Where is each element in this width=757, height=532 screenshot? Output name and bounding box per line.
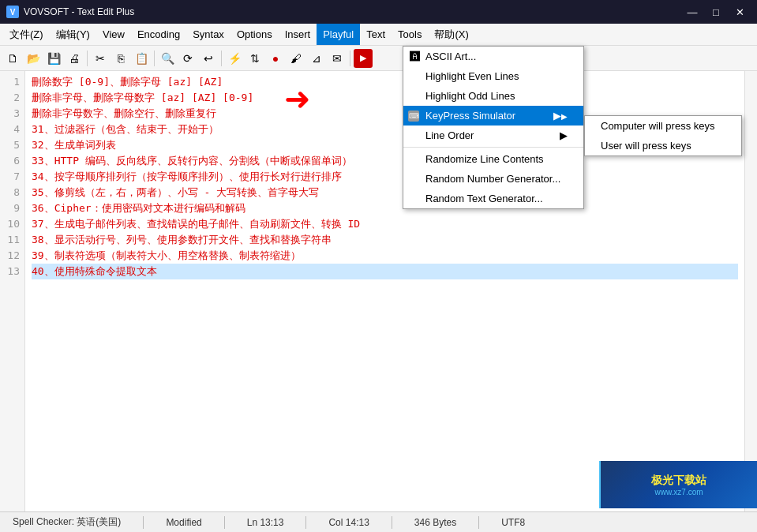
keypress-user[interactable]: User will press keys	[585, 136, 741, 155]
col-status: Col 14:13	[322, 517, 375, 528]
lineorder-submenu-arrow: ▶	[560, 129, 568, 141]
toolbar-sep-4	[350, 51, 350, 66]
keypress-submenu[interactable]: Computer will press keys User will press…	[584, 115, 742, 156]
keypress-submenu-arrow: ▶	[553, 110, 568, 122]
line-numbers: 1 2 3 4 5 6 7 8 9 10 11 12 13	[0, 71, 25, 511]
maximize-button[interactable]: □	[705, 3, 727, 21]
line-num-8: 8	[5, 185, 20, 200]
toolbar-sep-3	[221, 51, 222, 66]
line-num-1: 1	[5, 74, 20, 90]
menu-insert[interactable]: Insert	[279, 24, 317, 45]
menu-sep-1	[403, 147, 583, 148]
keypress-computer[interactable]: Computer will press keys	[585, 116, 741, 136]
paste-button[interactable]: 📋	[132, 49, 151, 68]
playful-icon-button[interactable]: ▶	[354, 49, 373, 68]
filter-button[interactable]: ⚡	[225, 49, 244, 68]
replace-button[interactable]: ⟳	[178, 49, 197, 68]
menu-view[interactable]: View	[96, 24, 131, 45]
line-num-2: 2	[5, 90, 20, 106]
menu-file[interactable]: 文件(Z)	[3, 24, 50, 45]
app-icon: V	[6, 6, 19, 18]
encoding-status: UTF8	[495, 517, 531, 528]
line-num-13: 13	[5, 264, 20, 279]
modified-status: Modified	[159, 517, 208, 528]
watermark-site: www.xz7.com	[654, 488, 703, 496]
status-div-1	[143, 516, 144, 529]
editor-line-1: 刪除数字 [0-9]、删除字母 [az] [AZ]	[32, 74, 738, 90]
toolbar-sep-1	[87, 51, 88, 66]
playful-menu-ascii[interactable]: 🅰 ASCII Art...	[403, 47, 583, 66]
menu-options[interactable]: Options	[230, 24, 279, 45]
line-num-6: 6	[5, 153, 20, 169]
undo-button[interactable]: ↩	[199, 49, 218, 68]
title-bar: V VOVSOFT - Text Edit Plus — □ ✕	[0, 0, 757, 24]
size-status: 346 Bytes	[408, 517, 463, 528]
menu-encoding[interactable]: Encoding	[131, 24, 186, 45]
playful-menu-odd[interactable]: Highlight Odd Lines	[403, 86, 583, 106]
status-div-5	[478, 516, 479, 529]
print-button[interactable]: 🖨	[65, 49, 84, 68]
save-button[interactable]: 💾	[44, 49, 63, 68]
vertical-scrollbar[interactable]	[744, 71, 757, 511]
menu-help[interactable]: 帮助(X)	[428, 24, 474, 45]
spell-checker-status: Spell Checker: 英语(美国)	[6, 515, 127, 529]
playful-menu-lineorder[interactable]: Line Order ▶	[403, 126, 583, 145]
line-num-5: 5	[5, 137, 20, 153]
line-num-12: 12	[5, 248, 20, 264]
playful-dropdown[interactable]: 🅰 ASCII Art... Highlight Even Lines High…	[403, 46, 584, 209]
editor-line-10: 37、生成电子邮件列表、查找错误的电子邮件、自动刷新文件、转换 ID	[32, 216, 738, 232]
status-div-2	[224, 516, 225, 529]
funnel-button[interactable]: ⊿	[307, 49, 326, 68]
window-controls: — □ ✕	[681, 3, 751, 21]
editor-line-12: 39、制表符选项（制表符大小、用空格替换、制表符缩进）	[32, 248, 738, 264]
brush-button[interactable]: 🖌	[287, 49, 305, 68]
playful-menu-random-text[interactable]: Random Text Generator...	[403, 189, 583, 208]
toolbar: 🗋 📂 💾 🖨 ✂ ⎘ 📋 🔍 ⟳ ↩ ⚡ ⇅ ● 🖌 ⊿ ✉ ▶	[0, 46, 757, 71]
editor-line-9: 36、Cipher：使用密码对文本进行编码和解码	[32, 200, 738, 216]
minimize-button[interactable]: —	[681, 3, 703, 21]
line-num-11: 11	[5, 232, 20, 248]
keypress-icon: ⌨	[408, 111, 419, 122]
line-num-10: 10	[5, 216, 20, 232]
status-div-4	[392, 516, 392, 529]
menu-bar: 文件(Z) 编辑(Y) View Encoding Syntax Options…	[0, 24, 757, 46]
window-title: VOVSOFT - Text Edit Plus	[24, 6, 134, 17]
menu-edit[interactable]: 编辑(Y)	[50, 24, 96, 45]
line-num-3: 3	[5, 106, 20, 122]
editor-line-7: 34、按字母顺序排列行（按字母顺序排列）、使用行长对行进行排序	[32, 169, 738, 185]
playful-menu-even[interactable]: Highlight Even Lines	[403, 66, 583, 86]
editor-line-8: 35、修剪线（左，右，两者）、小写 - 大写转换、首字母大写	[32, 185, 738, 200]
status-div-3	[305, 516, 306, 529]
color-button[interactable]: ●	[266, 49, 285, 68]
playful-menu-randomize[interactable]: Randomize Line Contents	[403, 149, 583, 169]
status-bar: Spell Checker: 英语(美国) Modified Ln 13:13 …	[0, 511, 757, 532]
editor-line-13: 40、使用特殊命令提取文本	[32, 264, 738, 279]
line-num-4: 4	[5, 122, 20, 137]
menu-syntax[interactable]: Syntax	[186, 24, 230, 45]
playful-menu-keypress[interactable]: ⌨ KeyPress Simulator ▶	[403, 106, 583, 126]
ascii-icon: 🅰	[408, 51, 421, 63]
toolbar-sep-2	[154, 51, 155, 66]
cut-button[interactable]: ✂	[91, 49, 110, 68]
menu-playful[interactable]: Playful	[317, 24, 360, 45]
copy-button[interactable]: ⎘	[111, 49, 130, 68]
line-num-7: 7	[5, 169, 20, 185]
sort-button[interactable]: ⇅	[245, 49, 264, 68]
line-num-9: 9	[5, 200, 20, 216]
open-button[interactable]: 📂	[24, 49, 43, 68]
search-button[interactable]: 🔍	[158, 49, 177, 68]
email-button[interactable]: ✉	[328, 49, 347, 68]
editor-line-11: 38、显示活动行号、列号、使用参数打开文件、查找和替换字符串	[32, 232, 738, 248]
position-status: Ln 13:13	[241, 517, 290, 528]
menu-text[interactable]: Text	[360, 24, 392, 45]
editor-line-2: 删除非字母、删除字母数字 [az] [AZ] [0-9]	[32, 90, 738, 106]
menu-tools[interactable]: Tools	[392, 24, 428, 45]
close-button[interactable]: ✕	[729, 3, 751, 21]
new-button[interactable]: 🗋	[3, 49, 22, 68]
watermark-logo: 极光下载站	[651, 474, 706, 488]
watermark: 极光下载站 www.xz7.com	[599, 461, 757, 508]
playful-menu-random-num[interactable]: Random Number Generator...	[403, 169, 583, 189]
